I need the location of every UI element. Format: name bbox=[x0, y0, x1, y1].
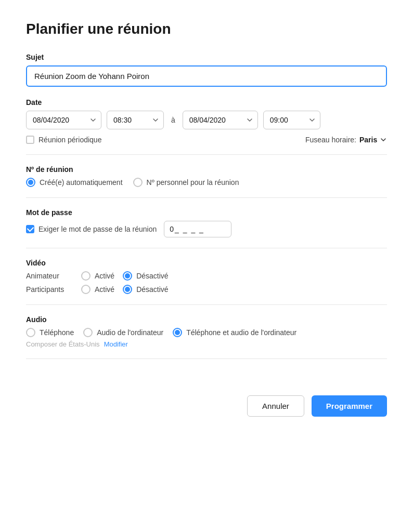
audio-computer-label[interactable]: Audio de l'ordinateur bbox=[83, 328, 163, 337]
audio-both-label[interactable]: Téléphone et audio de l'ordinateur bbox=[173, 328, 296, 337]
audio-label: Audio bbox=[26, 315, 387, 324]
schedule-button[interactable]: Programmer bbox=[312, 395, 387, 417]
personal-id-label[interactable]: Nº personnel pour la réunion bbox=[133, 178, 239, 187]
audio-computer-radio[interactable] bbox=[83, 328, 93, 337]
auto-id-text: Créé(e) automatiquement bbox=[40, 178, 123, 187]
timezone-select[interactable]: Paris bbox=[359, 136, 387, 144]
participants-video-row: Participants Activé Désactivé bbox=[26, 285, 387, 294]
host-video-off-text: Désactivé bbox=[136, 272, 168, 280]
subject-input[interactable] bbox=[26, 65, 387, 87]
participants-video-off-radio[interactable] bbox=[123, 285, 132, 294]
password-row: Exiger le mot de passe de la réunion bbox=[26, 221, 387, 237]
periodic-meeting-checkbox[interactable] bbox=[26, 136, 34, 144]
page-title: Planifier une réunion bbox=[26, 21, 387, 37]
audio-options: Téléphone Audio de l'ordinateur Téléphon… bbox=[26, 328, 387, 337]
video-label: Vidéo bbox=[26, 259, 387, 267]
audio-phone-radio[interactable] bbox=[26, 328, 35, 337]
footer-buttons: Annuler Programmer bbox=[26, 385, 387, 417]
dial-in-modify-link[interactable]: Modifier bbox=[104, 340, 128, 348]
end-time-select[interactable]: 09:00 bbox=[263, 111, 320, 129]
participants-video-off-label[interactable]: Désactivé bbox=[123, 285, 168, 294]
participants-video-on-text: Activé bbox=[95, 285, 114, 294]
video-rows: Animateur Activé Désactivé Participants … bbox=[26, 271, 387, 294]
divider-5 bbox=[26, 358, 387, 359]
audio-both-text: Téléphone et audio de l'ordinateur bbox=[186, 328, 296, 337]
auto-id-radio[interactable] bbox=[26, 178, 35, 187]
date-section: Date 08/04/2020 08:30 à 08/04/2020 09:00… bbox=[26, 98, 387, 144]
meeting-id-radio-group: Créé(e) automatiquement Nº personnel pou… bbox=[26, 178, 387, 187]
audio-both-radio[interactable] bbox=[173, 328, 182, 337]
meeting-id-section: Nº de réunion Créé(e) automatiquement Nº… bbox=[26, 165, 387, 187]
host-video-off-radio[interactable] bbox=[123, 271, 132, 281]
subject-label: Sujet bbox=[26, 53, 387, 61]
video-section: Vidéo Animateur Activé Désactivé Partici… bbox=[26, 259, 387, 294]
dial-in-text: Composer de États-Unis bbox=[26, 340, 100, 348]
start-date-select[interactable]: 08/04/2020 bbox=[26, 111, 101, 129]
password-label: Mot de passe bbox=[26, 208, 387, 217]
audio-phone-label[interactable]: Téléphone bbox=[26, 328, 74, 337]
audio-computer-text: Audio de l'ordinateur bbox=[97, 328, 163, 337]
personal-id-radio[interactable] bbox=[133, 178, 143, 187]
participants-video-off-text: Désactivé bbox=[136, 285, 168, 294]
host-video-row: Animateur Activé Désactivé bbox=[26, 271, 387, 281]
participants-video-on-label[interactable]: Activé bbox=[81, 285, 114, 294]
participants-label: Participants bbox=[26, 285, 73, 294]
timezone-label: Fuseau horaire: bbox=[305, 136, 356, 144]
date-separator: à bbox=[169, 116, 177, 124]
personal-id-text: Nº personnel pour la réunion bbox=[147, 178, 239, 187]
cancel-button[interactable]: Annuler bbox=[247, 395, 304, 417]
meeting-id-label: Nº de réunion bbox=[26, 165, 387, 174]
auto-id-label[interactable]: Créé(e) automatiquement bbox=[26, 178, 123, 187]
host-video-on-text: Activé bbox=[95, 272, 114, 280]
require-password-checkbox[interactable] bbox=[26, 225, 34, 233]
periodic-meeting-label[interactable]: Réunion périodique bbox=[26, 136, 101, 144]
divider-3 bbox=[26, 248, 387, 248]
date-label: Date bbox=[26, 98, 387, 107]
password-section: Mot de passe Exiger le mot de passe de l… bbox=[26, 208, 387, 237]
end-date-select[interactable]: 08/04/2020 bbox=[183, 111, 258, 129]
divider-4 bbox=[26, 304, 387, 305]
password-input[interactable] bbox=[164, 221, 231, 237]
require-password-label[interactable]: Exiger le mot de passe de la réunion bbox=[26, 225, 157, 233]
audio-phone-text: Téléphone bbox=[40, 328, 74, 337]
participants-video-on-radio[interactable] bbox=[81, 285, 91, 294]
require-password-text: Exiger le mot de passe de la réunion bbox=[38, 225, 157, 233]
subject-section: Sujet bbox=[26, 53, 387, 87]
timezone-area: Fuseau horaire: Paris bbox=[305, 136, 387, 144]
dial-in-row: Composer de États-Unis Modifier bbox=[26, 340, 387, 348]
start-time-select[interactable]: 08:30 bbox=[107, 111, 164, 129]
host-label: Animateur bbox=[26, 272, 73, 280]
host-video-off-label[interactable]: Désactivé bbox=[123, 271, 168, 281]
host-video-on-radio[interactable] bbox=[81, 271, 91, 281]
date-row: 08/04/2020 08:30 à 08/04/2020 09:00 bbox=[26, 111, 387, 129]
divider-2 bbox=[26, 197, 387, 198]
divider-1 bbox=[26, 154, 387, 155]
date-options-row: Réunion périodique Fuseau horaire: Paris bbox=[26, 136, 387, 144]
periodic-meeting-text: Réunion périodique bbox=[38, 136, 101, 144]
audio-section: Audio Téléphone Audio de l'ordinateur Té… bbox=[26, 315, 387, 348]
host-video-on-label[interactable]: Activé bbox=[81, 271, 114, 281]
